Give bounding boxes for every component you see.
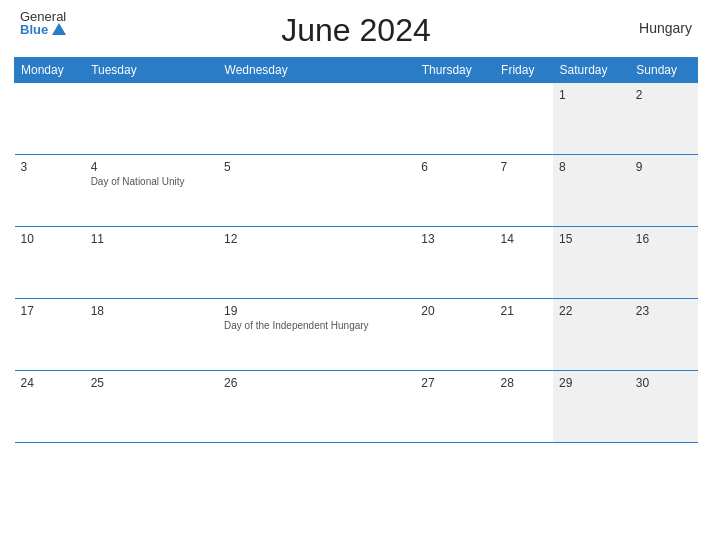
calendar-week-row: 34Day of National Unity56789 <box>15 155 698 227</box>
day-number: 30 <box>636 376 692 390</box>
header-friday: Friday <box>495 58 553 83</box>
calendar-cell: 6 <box>415 155 494 227</box>
day-number: 10 <box>21 232 79 246</box>
calendar-cell: 4Day of National Unity <box>85 155 218 227</box>
calendar-cell: 17 <box>15 299 85 371</box>
calendar-cell: 2 <box>630 83 698 155</box>
calendar-cell: 30 <box>630 371 698 443</box>
calendar-cell: 13 <box>415 227 494 299</box>
calendar-cell: 21 <box>495 299 553 371</box>
calendar-cell: 19Day of the Independent Hungary <box>218 299 415 371</box>
logo: General Blue <box>20 10 66 36</box>
calendar-cell: 5 <box>218 155 415 227</box>
country-label: Hungary <box>639 20 692 36</box>
calendar-cell: 8 <box>553 155 630 227</box>
day-number: 6 <box>421 160 488 174</box>
calendar-week-row: 171819Day of the Independent Hungary2021… <box>15 299 698 371</box>
calendar-cell <box>415 83 494 155</box>
calendar-cell: 28 <box>495 371 553 443</box>
day-number: 16 <box>636 232 692 246</box>
header-monday: Monday <box>15 58 85 83</box>
day-number: 29 <box>559 376 624 390</box>
calendar-cell: 3 <box>15 155 85 227</box>
header-thursday: Thursday <box>415 58 494 83</box>
logo-blue-row: Blue <box>20 23 66 36</box>
day-number: 2 <box>636 88 692 102</box>
day-number: 28 <box>501 376 547 390</box>
day-number: 7 <box>501 160 547 174</box>
day-number: 19 <box>224 304 409 318</box>
header-tuesday: Tuesday <box>85 58 218 83</box>
logo-blue-text: Blue <box>20 23 48 36</box>
day-number: 26 <box>224 376 409 390</box>
weekday-header-row: Monday Tuesday Wednesday Thursday Friday… <box>15 58 698 83</box>
calendar-cell: 20 <box>415 299 494 371</box>
calendar-header: Monday Tuesday Wednesday Thursday Friday… <box>15 58 698 83</box>
header-saturday: Saturday <box>553 58 630 83</box>
day-number: 18 <box>91 304 212 318</box>
logo-triangle-icon <box>52 23 66 35</box>
day-number: 20 <box>421 304 488 318</box>
day-number: 21 <box>501 304 547 318</box>
calendar-cell: 22 <box>553 299 630 371</box>
calendar-container: Monday Tuesday Wednesday Thursday Friday… <box>0 57 712 453</box>
calendar-week-row: 12 <box>15 83 698 155</box>
header-wednesday: Wednesday <box>218 58 415 83</box>
day-number: 17 <box>21 304 79 318</box>
calendar-cell: 7 <box>495 155 553 227</box>
day-number: 27 <box>421 376 488 390</box>
calendar-cell: 24 <box>15 371 85 443</box>
day-number: 24 <box>21 376 79 390</box>
header-sunday: Sunday <box>630 58 698 83</box>
day-number: 14 <box>501 232 547 246</box>
day-number: 11 <box>91 232 212 246</box>
calendar-cell <box>15 83 85 155</box>
calendar-cell: 10 <box>15 227 85 299</box>
calendar-cell: 15 <box>553 227 630 299</box>
header: General Blue June 2024 Hungary <box>0 0 712 57</box>
calendar-cell <box>85 83 218 155</box>
calendar-body: 1234Day of National Unity567891011121314… <box>15 83 698 443</box>
day-number: 15 <box>559 232 624 246</box>
calendar-cell: 11 <box>85 227 218 299</box>
day-number: 13 <box>421 232 488 246</box>
day-number: 23 <box>636 304 692 318</box>
calendar-cell: 18 <box>85 299 218 371</box>
day-number: 9 <box>636 160 692 174</box>
calendar-cell: 1 <box>553 83 630 155</box>
calendar-cell <box>218 83 415 155</box>
day-number: 8 <box>559 160 624 174</box>
calendar-cell <box>495 83 553 155</box>
day-number: 5 <box>224 160 409 174</box>
calendar-week-row: 10111213141516 <box>15 227 698 299</box>
day-number: 25 <box>91 376 212 390</box>
calendar-cell: 16 <box>630 227 698 299</box>
calendar-cell: 26 <box>218 371 415 443</box>
day-number: 1 <box>559 88 624 102</box>
day-number: 12 <box>224 232 409 246</box>
calendar-table: Monday Tuesday Wednesday Thursday Friday… <box>14 57 698 443</box>
calendar-week-row: 24252627282930 <box>15 371 698 443</box>
calendar-cell: 12 <box>218 227 415 299</box>
month-title: June 2024 <box>281 12 430 49</box>
calendar-page: General Blue June 2024 Hungary Monday Tu… <box>0 0 712 550</box>
calendar-cell: 29 <box>553 371 630 443</box>
calendar-cell: 25 <box>85 371 218 443</box>
calendar-cell: 9 <box>630 155 698 227</box>
day-number: 4 <box>91 160 212 174</box>
day-number: 22 <box>559 304 624 318</box>
calendar-cell: 23 <box>630 299 698 371</box>
event-text: Day of the Independent Hungary <box>224 320 369 331</box>
calendar-cell: 27 <box>415 371 494 443</box>
calendar-cell: 14 <box>495 227 553 299</box>
event-text: Day of National Unity <box>91 176 185 187</box>
day-number: 3 <box>21 160 79 174</box>
